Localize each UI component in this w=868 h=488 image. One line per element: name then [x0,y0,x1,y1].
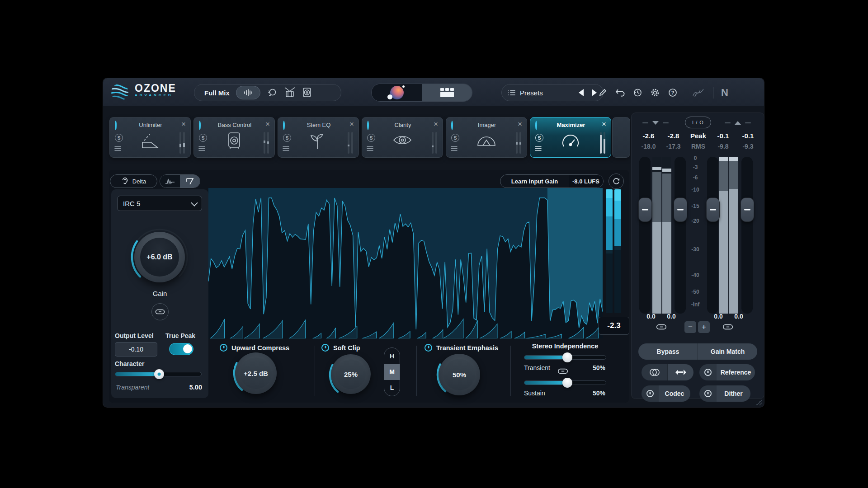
zoom-out-button[interactable]: − [684,321,696,333]
input-fader-left-handle[interactable] [638,197,652,222]
irc-mode-value: IRC 5 [123,200,140,207]
learn-input-gain-button[interactable]: Learn Input Gain [500,178,569,185]
preset-prev-button[interactable] [579,89,584,96]
reference-button[interactable]: Reference [717,364,755,380]
stem-vocals-button[interactable] [267,87,278,98]
transient-emphasis-power-button[interactable] [425,344,432,352]
power-icon[interactable] [535,121,537,130]
module-card-unlimiter[interactable]: Unlimiter × S [109,117,191,158]
input-fader-track-right[interactable] [675,157,686,314]
input-link-button[interactable] [656,324,667,330]
true-peak-toggle[interactable] [169,343,193,355]
gain-link-button[interactable] [151,303,169,320]
character-value: 5.00 [189,384,202,391]
rms-out-l: -9.8 [711,143,736,150]
character-slider[interactable] [115,372,202,376]
close-icon[interactable]: × [181,120,186,129]
output-fader-track-left[interactable] [707,157,718,314]
close-icon[interactable]: × [602,120,606,129]
svg-text:?: ? [671,90,675,95]
band-high-button[interactable]: H [384,348,400,364]
output-link-button[interactable] [722,324,733,330]
zoom-in-button[interactable]: + [698,321,710,333]
maximizer-dial-icon [530,131,611,150]
meter-range-up[interactable] [725,121,751,125]
band-mid-button[interactable]: M [384,364,400,380]
close-icon[interactable]: × [518,120,522,129]
power-icon[interactable] [367,121,369,130]
scale-tick: -6 [693,174,698,181]
stem-bass-button[interactable] [302,87,316,98]
lufs-target-value[interactable]: -8.0 LUFS [569,175,603,188]
bypass-button[interactable]: Bypass [638,343,698,360]
output-level-value[interactable]: -0.10 [115,342,157,357]
sustain-slider[interactable] [524,380,606,385]
stem-drums-button[interactable] [284,87,296,98]
upward-compress-power-button[interactable] [220,344,227,352]
channel-swap-button[interactable] [668,364,693,380]
history-icon[interactable] [632,88,642,98]
module-meter [600,132,605,154]
output-fader-right-handle[interactable] [741,197,754,222]
gain-knob[interactable]: +6.0 dB [134,232,185,282]
stem-fullmix-button[interactable] [236,86,260,99]
transient-slider[interactable] [524,355,606,360]
sustain-value: 50% [593,389,605,397]
close-icon[interactable]: × [434,120,438,129]
codec-power-button[interactable] [642,385,659,402]
reference-power-button[interactable] [699,364,717,380]
slider-fill [115,372,158,376]
waveform-icon [165,178,175,185]
power-icon[interactable] [199,121,201,130]
dither-button[interactable]: Dither [717,385,750,402]
delta-button[interactable]: Delta [110,174,157,188]
upward-compress-knob[interactable]: +2.5 dB [235,352,277,394]
output-fader-track-right[interactable] [741,157,753,314]
modules-view-button[interactable] [422,84,472,101]
io-badge[interactable]: I / O [685,117,711,128]
close-icon[interactable]: × [265,120,270,129]
output-fader-left-handle[interactable] [706,197,720,222]
settings-gear-icon[interactable] [650,88,660,98]
close-icon[interactable]: × [349,120,354,129]
power-icon[interactable] [115,121,117,130]
band-low-button[interactable]: L [384,380,400,396]
mono-stereo-button[interactable] [642,364,667,380]
waveform-mode-button[interactable] [160,175,180,188]
module-card-clarity[interactable]: Clarity × S [362,117,443,158]
gain-match-button[interactable]: Gain Match [698,343,757,360]
power-icon[interactable] [283,121,285,130]
slider-handle[interactable] [154,369,164,379]
undo-icon[interactable] [615,88,625,97]
module-card-stem-eq[interactable]: Stem EQ × S [278,117,359,158]
help-icon[interactable]: ? [668,88,678,98]
transient-emphasis-knob[interactable]: 50% [439,354,480,395]
codec-button[interactable]: Codec [659,385,690,402]
irc-mode-dropdown[interactable]: IRC 5 [117,196,202,211]
sprout-icon [278,131,359,151]
presets-selector[interactable]: Presets [501,84,604,101]
stereo-link-button[interactable] [557,368,568,375]
input-meter-right [662,157,671,314]
meter-range-down[interactable] [642,121,669,125]
module-card-bass-control[interactable]: Bass Control × S [193,117,275,158]
io-meter-panel: I / O -2.6 -2.8 Peak -0.1 -0.1 -18.0 -17… [631,113,764,399]
loop-refresh-button[interactable] [609,174,624,189]
dither-power-button[interactable] [699,385,717,402]
assistant-view-button[interactable] [372,84,422,101]
input-fader-track-left[interactable] [639,157,651,314]
slider-handle[interactable] [562,378,572,388]
rename-pencil-icon[interactable] [598,88,607,97]
limiter-curve-mode-button[interactable] [180,175,200,188]
module-meter [516,132,521,154]
preset-next-button[interactable] [592,89,597,96]
module-card-maximizer[interactable]: Maximizer × S [530,117,611,158]
slider-handle[interactable] [562,352,572,362]
resize-grip[interactable] [756,399,762,405]
soft-clip-knob[interactable]: 25% [331,354,371,394]
input-fader-right-handle[interactable] [674,197,687,222]
output-meter-left [719,157,728,314]
waveform-display [208,188,603,338]
power-icon[interactable] [451,121,453,130]
module-card-imager[interactable]: Imager × S [446,117,527,158]
